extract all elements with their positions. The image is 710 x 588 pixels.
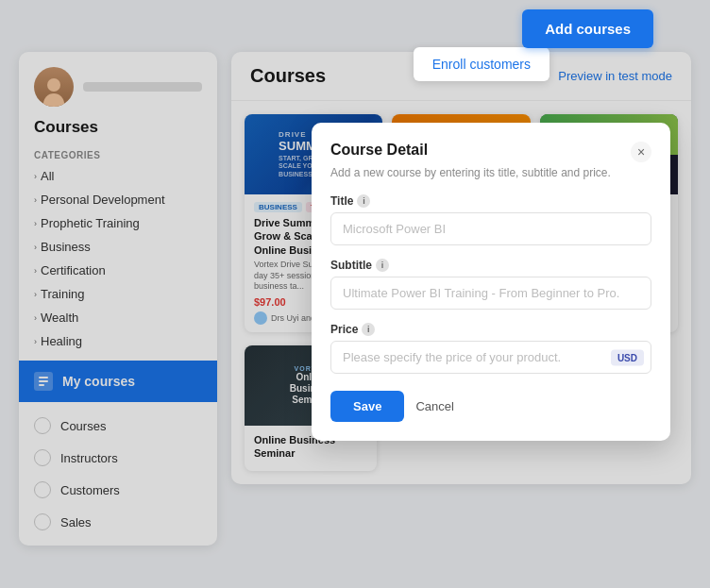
price-input[interactable]: [330, 341, 651, 374]
modal-title: Course Detail: [330, 142, 428, 159]
subtitle-input[interactable]: [330, 277, 651, 310]
modal-subtitle: Add a new course by entering its title, …: [330, 166, 651, 179]
save-button[interactable]: Save: [330, 391, 404, 422]
modal-header: Course Detail ×: [330, 142, 651, 162]
enroll-customers-button[interactable]: Enroll customers: [414, 47, 549, 81]
currency-badge: USD: [611, 349, 644, 365]
price-label: Price i: [330, 323, 651, 336]
title-input[interactable]: [330, 212, 651, 245]
subtitle-label: Subtitle i: [330, 259, 651, 272]
subtitle-field: Subtitle i: [330, 259, 651, 310]
course-detail-modal: Course Detail × Add a new course by ente…: [312, 123, 670, 441]
price-wrapper: USD: [330, 341, 651, 374]
modal-close-button[interactable]: ×: [631, 142, 651, 162]
cancel-button[interactable]: Cancel: [415, 391, 453, 422]
title-info-icon[interactable]: i: [357, 194, 370, 208]
price-info-icon[interactable]: i: [362, 323, 375, 336]
title-field: Title i: [330, 194, 651, 245]
add-courses-button[interactable]: Add courses: [522, 9, 653, 48]
modal-actions: Save Cancel: [330, 391, 651, 422]
title-label: Title i: [330, 194, 651, 208]
main-wrapper: Add courses Enroll customers Courses CAT…: [0, 0, 710, 588]
price-field: Price i USD: [330, 323, 651, 374]
subtitle-info-icon[interactable]: i: [376, 259, 389, 272]
